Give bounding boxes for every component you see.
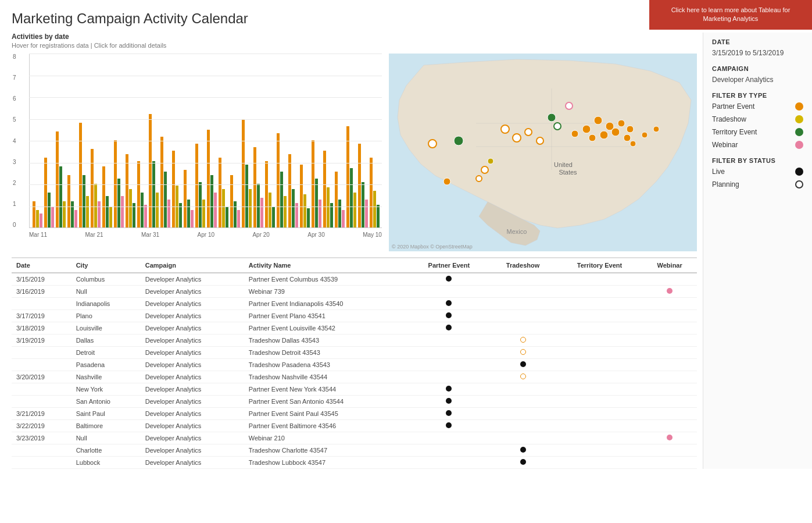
- bar-segment: [312, 140, 314, 227]
- table-row[interactable]: IndianapolisDeveloper AnalyticsPartner E…: [12, 298, 697, 310]
- bar-segment: [300, 165, 303, 227]
- tradeshow-label: Tradeshow: [712, 115, 746, 123]
- bar-group-12[interactable]: [171, 54, 182, 227]
- bar-segment: [144, 205, 147, 227]
- table-row[interactable]: 3/23/2019NullDeveloper AnalyticsWebinar …: [12, 432, 697, 444]
- bar-segment: [156, 193, 159, 227]
- bar-group-26[interactable]: [334, 54, 345, 227]
- table-row[interactable]: 3/22/2019BaltimoreDeveloper AnalyticsPar…: [12, 420, 697, 432]
- bar-group-7[interactable]: [113, 54, 124, 227]
- y-label-5: 5: [13, 116, 16, 123]
- bar-group-1[interactable]: [44, 54, 54, 227]
- bar-segment: [79, 123, 82, 227]
- bar-group-0[interactable]: [32, 54, 42, 227]
- svg-point-20: [536, 137, 543, 144]
- table-row[interactable]: San AntonioDeveloper AnalyticsPartner Ev…: [12, 396, 697, 408]
- svg-point-21: [481, 166, 488, 173]
- y-label-2: 2: [13, 180, 16, 186]
- bar-group-22[interactable]: [288, 54, 298, 227]
- bar-segment: [167, 200, 170, 227]
- bar-group-17[interactable]: [230, 54, 240, 227]
- svg-point-29: [443, 178, 450, 185]
- svg-point-11: [571, 130, 578, 137]
- date-filter-label: DATE: [712, 38, 803, 45]
- col-tradeshow: Tradeshow: [489, 258, 557, 273]
- bar-segment: [191, 210, 194, 227]
- table-row[interactable]: DetroitDeveloper AnalyticsTradeshow Detr…: [12, 347, 697, 359]
- bar-group-6[interactable]: [102, 54, 112, 227]
- bar-segment: [353, 193, 356, 227]
- bar-group-10[interactable]: [148, 54, 159, 227]
- bar-group-25[interactable]: [323, 54, 333, 227]
- bar-segment: [195, 144, 198, 227]
- bar-segment: [222, 189, 225, 227]
- bar-segment: [242, 119, 245, 227]
- top-banner[interactable]: Click here to learn more about Tableau f…: [649, 0, 812, 30]
- bar-group-29[interactable]: [369, 54, 380, 227]
- bar-group-11[interactable]: [160, 54, 170, 227]
- col-webinar: Webinar: [642, 258, 697, 273]
- filter-live[interactable]: Live: [712, 168, 803, 176]
- territory-event-dot: [795, 128, 803, 136]
- bar-group-19[interactable]: [253, 54, 263, 227]
- bar-group-2[interactable]: [55, 54, 66, 227]
- bar-group-14[interactable]: [195, 54, 205, 227]
- bar-group-20[interactable]: [264, 54, 275, 227]
- table-row[interactable]: 3/19/2019DallasDeveloper AnalyticsTrades…: [12, 335, 697, 347]
- svg-point-13: [627, 126, 634, 133]
- bar-group-15[interactable]: [206, 54, 217, 227]
- bar-segment: [160, 137, 163, 227]
- table-row[interactable]: 3/20/2019NashvilleDeveloper AnalyticsTra…: [12, 371, 697, 383]
- bar-group-21[interactable]: [276, 54, 287, 227]
- bar-group-3[interactable]: [67, 54, 77, 227]
- table-row[interactable]: LubbockDeveloper AnalyticsTradeshow Lubb…: [12, 457, 697, 469]
- bar-segment: [365, 200, 368, 227]
- bar-segment: [129, 189, 132, 227]
- svg-point-23: [488, 158, 493, 164]
- filter-planning[interactable]: Planning: [712, 180, 803, 188]
- bar-group-8[interactable]: [125, 54, 135, 227]
- svg-text:© 2020 Mapbox © OpenStreetMap: © 2020 Mapbox © OpenStreetMap: [392, 244, 473, 250]
- bar-group-9[interactable]: [137, 54, 147, 227]
- table-row[interactable]: 3/16/2019NullDeveloper AnalyticsWebinar …: [12, 286, 697, 298]
- bar-group-27[interactable]: [346, 54, 356, 227]
- filter-territory-event[interactable]: Territory Event: [712, 128, 803, 136]
- table-row[interactable]: New YorkDeveloper AnalyticsPartner Event…: [12, 383, 697, 396]
- bar-group-5[interactable]: [90, 54, 101, 227]
- table-row[interactable]: PasadenaDeveloper AnalyticsTradeshow Pas…: [12, 359, 697, 371]
- bar-segment: [358, 144, 361, 227]
- bar-segment: [202, 200, 205, 227]
- table-row[interactable]: 3/15/2019ColumbusDeveloper AnalyticsPart…: [12, 273, 697, 286]
- activity-table: Date City Campaign Activity Name Partner…: [12, 258, 697, 469]
- x-label-mar31: Mar 31: [141, 232, 159, 238]
- bar-group-24[interactable]: [311, 54, 321, 227]
- bar-segment: [121, 196, 124, 227]
- col-campaign: Campaign: [141, 258, 244, 273]
- bar-group-28[interactable]: [357, 54, 368, 227]
- y-label-6: 6: [13, 95, 16, 102]
- bar-group-18[interactable]: [241, 54, 252, 227]
- table-row[interactable]: 3/21/2019Saint PaulDeveloper AnalyticsPa…: [12, 408, 697, 420]
- table-row[interactable]: 3/18/2019LouisvilleDeveloper AnalyticsPa…: [12, 322, 697, 335]
- bar-segment: [40, 214, 42, 227]
- filter-webinar[interactable]: Webinar: [712, 141, 803, 149]
- filter-tradeshow[interactable]: Tradeshow: [712, 115, 803, 123]
- status-filter-section: FILTER BY STATUS Live Planning: [712, 157, 803, 188]
- x-label-may10: May 10: [363, 232, 382, 238]
- bar-group-23[interactable]: [299, 54, 310, 227]
- x-label-mar11: Mar 11: [29, 232, 47, 238]
- bar-group-13[interactable]: [183, 54, 194, 227]
- table-row[interactable]: 3/17/2019PlanoDeveloper AnalyticsPartner…: [12, 310, 697, 322]
- bar-segment: [67, 175, 70, 227]
- svg-text:United: United: [554, 161, 573, 168]
- bar-segment: [184, 170, 187, 227]
- bar-group-16[interactable]: [218, 54, 228, 227]
- bar-segment: [292, 189, 295, 227]
- col-partner: Partner Event: [409, 258, 489, 273]
- bar-segment: [295, 203, 298, 227]
- campaign-filter-section: CAMPAIGN Developer Analytics: [712, 65, 803, 84]
- bar-group-4[interactable]: [78, 54, 89, 227]
- table-row[interactable]: CharlotteDeveloper AnalyticsTradeshow Ch…: [12, 444, 697, 457]
- bar-segment: [245, 165, 248, 227]
- filter-partner-event[interactable]: Partner Event: [712, 102, 803, 111]
